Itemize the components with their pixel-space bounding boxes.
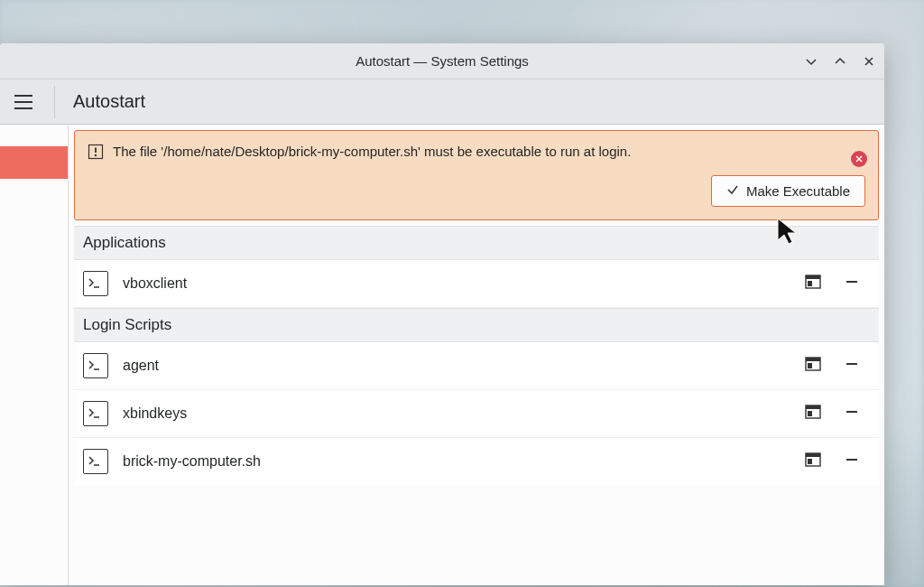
svg-rect-6 xyxy=(808,281,812,286)
content-area: The file '/home/nate/Desktop/brick-my-co… xyxy=(69,125,884,585)
terminal-icon xyxy=(83,271,108,296)
maximize-button[interactable] xyxy=(832,53,848,70)
properties-button[interactable] xyxy=(805,356,821,376)
properties-button[interactable] xyxy=(805,404,821,424)
svg-rect-10 xyxy=(806,358,820,361)
titlebar[interactable]: Autostart — System Settings xyxy=(0,43,884,79)
list-item[interactable]: vboxclient xyxy=(74,260,879,308)
row-actions xyxy=(805,356,870,376)
warning-icon xyxy=(88,144,104,160)
item-label: vboxclient xyxy=(123,275,790,292)
separator xyxy=(54,86,55,118)
svg-rect-11 xyxy=(808,363,812,368)
list-item[interactable]: agent xyxy=(74,342,879,390)
properties-button[interactable] xyxy=(805,452,821,471)
list-item[interactable]: xbindkeys xyxy=(74,390,879,438)
hamburger-line xyxy=(14,95,32,97)
menu-button[interactable] xyxy=(9,88,38,116)
make-executable-button[interactable]: Make Executable xyxy=(711,175,865,207)
section-header-login-scripts: Login Scripts xyxy=(74,308,879,342)
terminal-icon xyxy=(83,401,108,426)
item-label: agent xyxy=(123,358,790,374)
remove-button[interactable] xyxy=(845,405,859,423)
remove-button[interactable] xyxy=(845,275,859,293)
section-header-applications: Applications xyxy=(74,226,879,260)
window-controls xyxy=(803,43,877,79)
checkmark-icon xyxy=(726,183,739,199)
svg-rect-16 xyxy=(808,411,812,416)
properties-button[interactable] xyxy=(805,274,821,294)
make-executable-label: Make Executable xyxy=(746,183,850,199)
svg-rect-20 xyxy=(806,453,820,457)
item-label: xbindkeys xyxy=(123,405,790,422)
terminal-icon xyxy=(83,449,108,474)
settings-window: Autostart — System Settings Autostart xyxy=(0,43,884,585)
remove-button[interactable] xyxy=(845,357,859,375)
svg-rect-15 xyxy=(806,405,820,409)
row-actions xyxy=(805,274,870,294)
sidebar-accent-block xyxy=(0,146,68,179)
row-actions xyxy=(805,452,870,471)
minimize-button[interactable] xyxy=(803,53,819,70)
page-header: Autostart xyxy=(0,79,884,125)
svg-rect-5 xyxy=(806,275,820,279)
warning-banner: The file '/home/nate/Desktop/brick-my-co… xyxy=(74,130,879,220)
window-title: Autostart — System Settings xyxy=(356,53,529,69)
close-warning-button[interactable] xyxy=(851,151,867,167)
warning-message: The file '/home/nate/Desktop/brick-my-co… xyxy=(113,142,631,161)
close-button[interactable] xyxy=(861,53,877,70)
list-item[interactable]: brick-my-computer.sh xyxy=(74,438,879,485)
sidebar xyxy=(0,125,69,585)
terminal-icon xyxy=(83,353,108,378)
hamburger-line xyxy=(14,101,32,103)
svg-rect-21 xyxy=(808,459,812,464)
item-label: brick-my-computer.sh xyxy=(123,453,790,470)
row-actions xyxy=(805,404,870,424)
hamburger-line xyxy=(14,107,32,109)
remove-button[interactable] xyxy=(845,452,859,471)
page-title: Autostart xyxy=(73,91,145,112)
svg-point-2 xyxy=(95,154,97,156)
window-body: The file '/home/nate/Desktop/brick-my-co… xyxy=(0,125,884,585)
